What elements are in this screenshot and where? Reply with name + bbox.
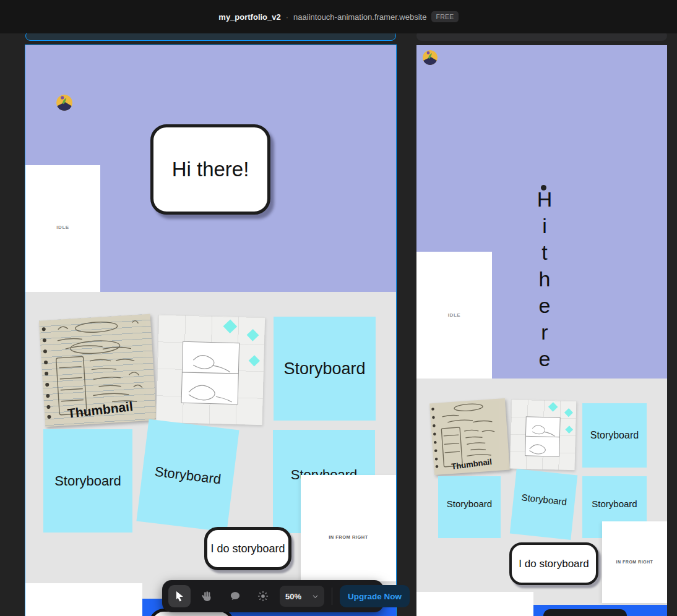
greeting-letter: t [532,239,558,266]
comment-tool-button[interactable] [224,585,246,607]
zoom-level-dropdown[interactable]: 50% [280,586,324,607]
thumbnail-notebook-image: Thumbnail [39,314,157,427]
zoom-level-value: 50% [285,592,301,601]
diamond-icon [564,408,573,417]
sketch-lines-icon [181,341,240,404]
sticky-note-label: Storyboard [592,498,637,509]
cursor-icon [173,590,186,602]
greeting-letter: H [532,186,558,213]
storyboard-sketch-image [510,400,577,471]
sticky-note: Storyboard [582,403,647,468]
greeting-letters: H i t h e r e ! [532,186,558,399]
sticky-note: Storyboard [274,317,376,421]
sticky-note: Storyboard [438,476,501,538]
canvas-frame-left[interactable]: IDLE Hi there! Thum [25,45,396,616]
greeting-letter: h [532,266,558,293]
sticky-note-label: Storyboard [283,359,365,379]
storyboard-sketch-image [156,315,265,425]
separator-dot: · [286,12,288,22]
idle-panel: IDLE [25,165,100,292]
in-from-right-panel: IN FROM RIGHT [602,521,667,603]
canvas-toolbar: 50% Upgrade Now [162,580,384,612]
greeting-letter: r [532,319,558,346]
sticky-note-label: Storyboard [447,498,492,509]
brightness-tool-button[interactable] [252,585,274,607]
avatar [56,95,72,111]
idle-panel: IDLE [416,252,492,379]
diamond-icon [223,319,238,333]
chevron-down-icon [312,593,319,600]
storyboard-speech-bubble: I do storyboard [509,542,598,585]
storyboard-speech-bubble: I do storyboard [204,527,291,570]
sticky-note-label: Storyboard [521,492,567,507]
upgrade-now-label: Upgrade Now [348,592,402,601]
diamond-icon [249,355,260,366]
diamond-icon [548,402,558,412]
idle-label: IDLE [25,225,100,230]
project-title: my_portfolio_v2 [218,12,280,22]
hand-tool-button[interactable] [196,585,218,607]
in-from-right-label: IN FROM RIGHT [602,560,667,564]
idle-label: IDLE [416,312,492,318]
sticky-note-label: Storyboard [590,430,639,441]
free-plan-badge[interactable]: FREE [431,11,458,22]
in-from-right-panel: IN FROM RIGHT [301,475,396,581]
brightness-icon [257,590,269,602]
comment-icon [229,590,241,602]
diamond-icon [247,329,259,341]
canvas-frame-right[interactable]: H i t h e r e ! IDLE [416,45,667,616]
sticky-note: Storyboard [43,429,132,533]
greeting-bubble: Hi there! [150,124,270,215]
cursor-tool-button[interactable] [168,585,191,607]
hand-icon [201,590,213,602]
toolbar-divider [332,588,332,605]
greeting-letter: e [532,293,558,319]
bottom-white-panel [25,583,142,616]
site-url-link[interactable]: naaiintouch-animation.framer.website [293,12,426,22]
emerging-speech-bubble [543,609,627,616]
sticky-note: Storyboard [510,469,577,540]
diamond-icon [565,426,573,434]
sticky-note-label: Storyboard [154,464,222,488]
thumbnail-notebook-image: Thumbnail [429,398,510,475]
storyboard-speech-text: I do storyboard [519,558,589,570]
bottom-white-panel [416,592,533,616]
sticky-note-label: Storyboard [54,473,121,489]
in-from-right-label: IN FROM RIGHT [301,534,396,540]
avatar [423,50,438,65]
greeting-text: Hi there! [172,158,249,181]
greeting-letter: e [532,346,558,372]
sticky-note: Storyboard [136,419,239,533]
upgrade-now-button[interactable]: Upgrade Now [340,585,410,607]
sketch-lines-icon [525,416,561,456]
app-topbar: my_portfolio_v2 · naaiintouch-animation.… [0,0,677,33]
greeting-letter: i [532,213,558,239]
storyboard-speech-text: I do storyboard [210,542,285,555]
